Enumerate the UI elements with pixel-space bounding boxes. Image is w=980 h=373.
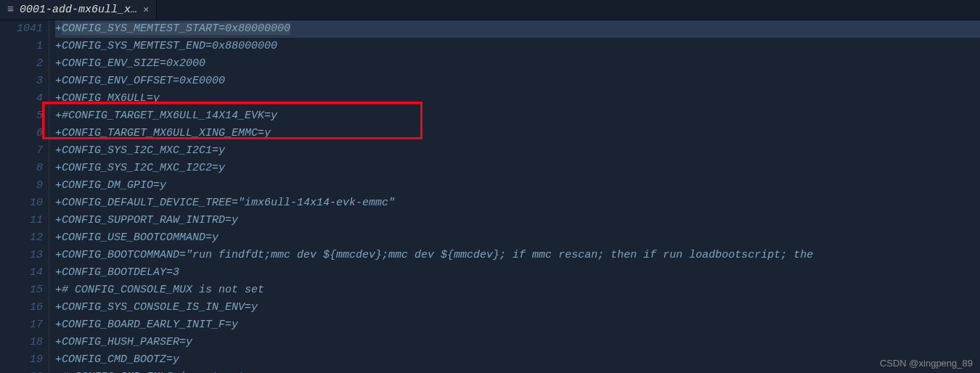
code-content: CONFIG_SYS_MEMTEST_START=0x80000000 bbox=[62, 22, 290, 35]
line-number: 4 bbox=[0, 90, 43, 107]
diff-plus: + bbox=[55, 144, 62, 157]
tab-bar: ≡ 0001-add-mx6ull_x… × bbox=[0, 0, 980, 20]
code-content: CONFIG_SYS_I2C_MXC_I2C1=y bbox=[62, 144, 225, 157]
diff-plus: + bbox=[55, 301, 62, 313]
code-content: CONFIG_BOARD_EARLY_INIT_F=y bbox=[62, 319, 238, 331]
line-number: 1 bbox=[0, 38, 43, 55]
code-line[interactable]: +CONFIG_HUSH_PARSER=y bbox=[55, 334, 980, 351]
code-content: CONFIG_HUSH_PARSER=y bbox=[62, 336, 192, 348]
code-line[interactable]: +# CONFIG_CMD_IMLS is not set bbox=[55, 369, 980, 373]
line-number: 20 bbox=[0, 369, 43, 373]
diff-plus: + bbox=[55, 92, 62, 104]
line-number: 3 bbox=[0, 73, 43, 90]
watermark: CSDN @xingpeng_89 bbox=[880, 358, 973, 369]
code-line[interactable]: +CONFIG_SYS_I2C_MXC_I2C1=y bbox=[55, 142, 980, 160]
tab-title: 0001-add-mx6ull_x… bbox=[20, 4, 137, 16]
diff-plus: + bbox=[55, 127, 62, 139]
line-number: 6 bbox=[0, 125, 43, 142]
code-content: CONFIG_DM_GPIO=y bbox=[62, 179, 166, 192]
code-line[interactable]: +CONFIG_SUPPORT_RAW_INITRD=y bbox=[55, 212, 980, 229]
code-line[interactable]: +CONFIG_ENV_SIZE=0x2000 bbox=[55, 55, 980, 73]
line-number: 1041 bbox=[0, 20, 43, 38]
line-number: 19 bbox=[0, 351, 43, 369]
diff-plus: + bbox=[55, 57, 62, 70]
diff-plus: + bbox=[55, 22, 62, 35]
line-number: 18 bbox=[0, 334, 43, 351]
code-content: CONFIG_ENV_SIZE=0x2000 bbox=[62, 57, 205, 70]
code-line[interactable]: +CONFIG_SYS_CONSOLE_IS_IN_ENV=y bbox=[55, 299, 980, 316]
diff-plus: + bbox=[55, 197, 62, 209]
code-content: CONFIG_SYS_CONSOLE_IS_IN_ENV=y bbox=[62, 301, 258, 313]
line-number: 17 bbox=[0, 316, 43, 334]
line-number: 15 bbox=[0, 282, 43, 299]
code-line[interactable]: +# CONFIG_CONSOLE_MUX is not set bbox=[55, 282, 980, 299]
code-line[interactable]: +CONFIG_DEFAULT_DEVICE_TREE="imx6ull-14x… bbox=[55, 194, 980, 212]
code-content: CONFIG_SUPPORT_RAW_INITRD=y bbox=[62, 214, 238, 226]
code-content: # CONFIG_CONSOLE_MUX is not set bbox=[62, 284, 264, 296]
diff-plus: + bbox=[55, 336, 62, 348]
code-content: #CONFIG_TARGET_MX6ULL_14X14_EVK=y bbox=[62, 110, 277, 122]
editor-tab[interactable]: ≡ 0001-add-mx6ull_x… × bbox=[0, 0, 157, 20]
diff-plus: + bbox=[55, 231, 62, 244]
diff-plus: + bbox=[55, 179, 62, 192]
code-line[interactable]: +CONFIG_SYS_I2C_MXC_I2C2=y bbox=[55, 160, 980, 177]
line-number: 16 bbox=[0, 299, 43, 316]
code-line[interactable]: +CONFIG_ENV_OFFSET=0xE0000 bbox=[55, 73, 980, 90]
diff-plus: + bbox=[55, 353, 62, 366]
line-number: 2 bbox=[0, 55, 43, 73]
code-area[interactable]: +CONFIG_SYS_MEMTEST_START=0x80000000+CON… bbox=[49, 20, 980, 373]
code-line[interactable]: +CONFIG_MX6ULL=y bbox=[55, 90, 980, 107]
diff-plus: + bbox=[55, 40, 62, 52]
line-number: 9 bbox=[0, 177, 43, 194]
diff-plus: + bbox=[55, 249, 62, 261]
diff-plus: + bbox=[55, 284, 62, 296]
code-content: CONFIG_TARGET_MX6ULL_XING_EMMC=y bbox=[62, 127, 271, 139]
code-content: CONFIG_DEFAULT_DEVICE_TREE="imx6ull-14x1… bbox=[62, 197, 395, 209]
diff-plus: + bbox=[55, 75, 62, 87]
code-content: CONFIG_BOOTDELAY=3 bbox=[62, 266, 179, 279]
code-content: CONFIG_SYS_I2C_MXC_I2C2=y bbox=[62, 162, 225, 174]
code-line[interactable]: +CONFIG_TARGET_MX6ULL_XING_EMMC=y bbox=[55, 125, 980, 142]
gutter: 10411234567891011121314151617181920 bbox=[0, 20, 49, 373]
code-line[interactable]: +CONFIG_SYS_MEMTEST_START=0x80000000 bbox=[55, 20, 980, 38]
line-number: 5 bbox=[0, 107, 43, 125]
line-number: 10 bbox=[0, 194, 43, 212]
code-line[interactable]: +CONFIG_DM_GPIO=y bbox=[55, 177, 980, 194]
code-content: CONFIG_BOOTCOMMAND="run findfdt;mmc dev … bbox=[62, 249, 813, 261]
line-number: 7 bbox=[0, 142, 43, 160]
code-line[interactable]: +CONFIG_BOOTCOMMAND="run findfdt;mmc dev… bbox=[55, 247, 980, 264]
line-number: 13 bbox=[0, 247, 43, 264]
code-content: CONFIG_MX6ULL=y bbox=[62, 92, 160, 104]
line-number: 11 bbox=[0, 212, 43, 229]
editor: 10411234567891011121314151617181920 +CON… bbox=[0, 20, 980, 373]
diff-plus: + bbox=[55, 266, 62, 279]
line-number: 14 bbox=[0, 264, 43, 282]
code-content: CONFIG_USE_BOOTCOMMAND=y bbox=[62, 231, 219, 244]
code-line[interactable]: +CONFIG_BOARD_EARLY_INIT_F=y bbox=[55, 316, 980, 334]
close-icon[interactable]: × bbox=[143, 4, 149, 16]
code-line[interactable]: +CONFIG_BOOTDELAY=3 bbox=[55, 264, 980, 282]
code-line[interactable]: +CONFIG_USE_BOOTCOMMAND=y bbox=[55, 229, 980, 247]
diff-plus: + bbox=[55, 110, 62, 122]
code-line[interactable]: +CONFIG_CMD_BOOTZ=y bbox=[55, 351, 980, 369]
code-content: CONFIG_ENV_OFFSET=0xE0000 bbox=[62, 75, 225, 87]
code-content: CONFIG_CMD_BOOTZ=y bbox=[62, 353, 179, 366]
code-line[interactable]: +CONFIG_SYS_MEMTEST_END=0x88000000 bbox=[55, 38, 980, 55]
line-number: 12 bbox=[0, 229, 43, 247]
line-number: 8 bbox=[0, 160, 43, 177]
code-content: CONFIG_SYS_MEMTEST_END=0x88000000 bbox=[62, 40, 277, 52]
diff-plus: + bbox=[55, 162, 62, 174]
diff-plus: + bbox=[55, 319, 62, 331]
code-line[interactable]: +#CONFIG_TARGET_MX6ULL_14X14_EVK=y bbox=[55, 107, 980, 125]
file-icon: ≡ bbox=[7, 4, 14, 16]
diff-plus: + bbox=[55, 214, 62, 226]
